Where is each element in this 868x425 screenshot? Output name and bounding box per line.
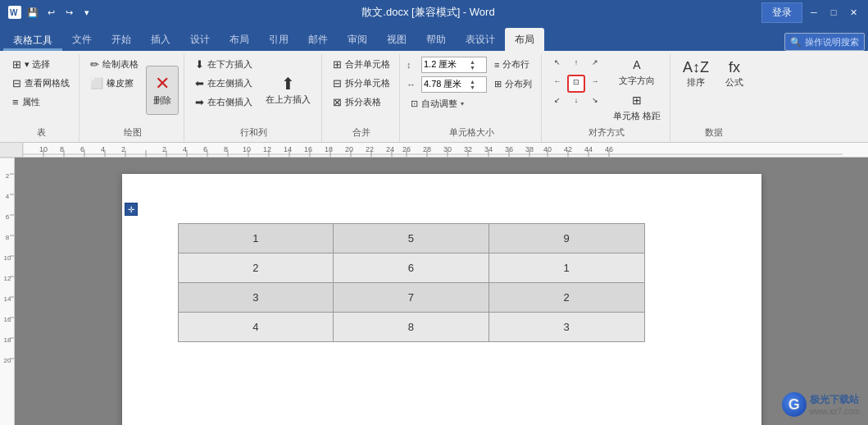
align-ml-btn[interactable]: ← [548, 75, 566, 93]
tab-review[interactable]: 审阅 [338, 28, 377, 51]
auto-adjust-icon: ⊡ [411, 98, 418, 109]
width-input[interactable] [424, 80, 469, 89]
formula-icon: fx [729, 60, 740, 75]
height-down[interactable]: ▼ [469, 65, 476, 71]
align-tr-btn[interactable]: ↗ [586, 56, 604, 74]
table-cell[interactable]: 2 [489, 283, 644, 313]
tab-home[interactable]: 开始 [102, 28, 141, 51]
data-group-label: 数据 [677, 125, 751, 140]
draw-table-btn[interactable]: ✏ 绘制表格 [86, 56, 143, 73]
select-btn[interactable]: ⊞ ▾ 选择 [8, 56, 74, 73]
svg-text:6: 6 [6, 213, 10, 221]
align-br-btn[interactable]: ↘ [586, 94, 604, 112]
auto-adjust-btn[interactable]: ⊡ 自动调整 ▾ [407, 95, 468, 112]
tab-design-doc[interactable]: 设计 [180, 28, 220, 51]
cell-margin-btn[interactable]: ⊞ 单元格 格距 [609, 91, 665, 125]
rows-cols-group-label: 行和列 [191, 125, 316, 140]
table-cell[interactable]: 1 [489, 254, 644, 283]
width-down[interactable]: ▼ [469, 85, 476, 90]
sort-btn[interactable]: A↕Z 排序 [677, 56, 715, 93]
text-dir-btn[interactable]: A 文字方向 [609, 56, 665, 89]
svg-text:6: 6 [203, 145, 207, 153]
delete-btn[interactable]: ✕ 删除 [146, 66, 179, 115]
align-mr-btn[interactable]: → [586, 75, 604, 93]
undo-btn[interactable]: ↩ [43, 4, 59, 21]
merge-icon: ⊞ [333, 58, 342, 71]
document-table[interactable]: 159261372483 [178, 223, 645, 342]
customize-quick-btn[interactable]: ▾ [79, 4, 95, 21]
ribbon-group-cell-size-content: ↕ ▲ ▼ ≡ 分布行 ↔ ▲ [407, 56, 536, 125]
split-table-btn[interactable]: ⊠ 拆分表格 [329, 94, 394, 111]
insert-right-btn[interactable]: ➡ 在右侧插入 [191, 94, 257, 111]
restore-btn[interactable]: □ [825, 4, 842, 21]
svg-text:20: 20 [4, 357, 11, 364]
tab-layout-doc[interactable]: 布局 [220, 28, 259, 51]
tab-references[interactable]: 引用 [259, 28, 298, 51]
width-input-wrap[interactable]: ▲ ▼ [421, 76, 487, 93]
align-bc-btn[interactable]: ↓ [567, 94, 585, 112]
width-spinners[interactable]: ▲ ▼ [469, 79, 476, 90]
save-quick-btn[interactable]: 💾 [25, 4, 41, 21]
search-box[interactable]: 🔍 操作说明搜索 [784, 33, 865, 51]
grid-icon: ⊟ [12, 77, 21, 89]
tab-table-design[interactable]: 表设计 [456, 28, 505, 51]
svg-text:14: 14 [4, 295, 11, 303]
insert-left-btn[interactable]: ⬅ 在左侧插入 [191, 75, 257, 92]
word-icon: W [7, 4, 23, 21]
redo-btn[interactable]: ↪ [61, 4, 77, 21]
eraser-btn[interactable]: ⬜ 橡皮擦 [86, 75, 143, 92]
width-icon: ↔ [407, 80, 418, 89]
tab-layout[interactable]: 布局 [505, 28, 544, 51]
table-cell[interactable]: 7 [334, 283, 489, 313]
split-cells-btn[interactable]: ⊟ 拆分单元格 [329, 75, 394, 92]
table-cell[interactable]: 3 [489, 313, 644, 342]
align-tc-btn[interactable]: ↑ [567, 56, 585, 74]
close-btn[interactable]: ✕ [845, 4, 861, 21]
tab-file[interactable]: 文件 [62, 28, 102, 51]
height-up[interactable]: ▲ [469, 59, 476, 65]
distribute-col-btn[interactable]: ⊞ 分布列 [490, 75, 536, 93]
table-cell[interactable]: 6 [334, 254, 489, 283]
ruler-track: 10 8 6 4 2 2 4 6 8 10 12 14 16 18 20 22 … [23, 143, 868, 157]
delete-label: 删除 [153, 94, 171, 107]
table-cell[interactable]: 2 [178, 254, 334, 283]
table-cell[interactable]: 5 [334, 224, 489, 254]
merge-cells-btn[interactable]: ⊞ 合并单元格 [329, 56, 394, 73]
cell-margin-label: 单元格 格距 [613, 110, 661, 122]
view-grid-btn[interactable]: ⊟ 查看网格线 [8, 75, 74, 92]
height-spinners[interactable]: ▲ ▼ [469, 59, 476, 71]
tab-insert[interactable]: 插入 [141, 28, 180, 51]
svg-text:6: 6 [80, 145, 84, 153]
split-cells-label: 拆分单元格 [345, 77, 390, 89]
insert-left-label: 在左侧插入 [207, 77, 252, 89]
align-bl-btn[interactable]: ↙ [548, 94, 566, 112]
width-up[interactable]: ▲ [469, 79, 476, 85]
tab-help[interactable]: 帮助 [416, 28, 456, 51]
svg-text:12: 12 [4, 275, 11, 282]
tab-mailings[interactable]: 邮件 [298, 28, 338, 51]
table-cell[interactable]: 4 [178, 313, 334, 342]
table-cell[interactable]: 1 [178, 224, 334, 254]
svg-text:4: 4 [183, 145, 187, 153]
properties-btn[interactable]: ≡ 属性 [8, 94, 74, 111]
delete-icon: ✕ [155, 75, 170, 93]
insert-below-btn[interactable]: ⬇ 在下方插入 [191, 56, 257, 73]
svg-text:12: 12 [263, 145, 271, 153]
distribute-row-btn[interactable]: ≡ 分布行 [490, 56, 534, 73]
svg-text:8: 8 [6, 234, 10, 241]
minimize-btn[interactable]: ─ [806, 4, 822, 21]
formula-btn[interactable]: fx 公式 [718, 56, 751, 93]
login-button[interactable]: 登录 [761, 2, 802, 23]
tab-view[interactable]: 视图 [377, 28, 416, 51]
ruler-corner [0, 143, 23, 158]
height-input[interactable] [424, 60, 469, 70]
insert-above-btn[interactable]: ⬆ 在上方插入 [260, 66, 316, 115]
table-cell[interactable]: 9 [489, 224, 644, 254]
sort-label: 排序 [687, 76, 705, 89]
table-move-handle[interactable]: ✛ [125, 203, 138, 216]
table-cell[interactable]: 3 [178, 283, 334, 313]
height-input-wrap[interactable]: ▲ ▼ [421, 57, 487, 73]
table-cell[interactable]: 8 [334, 313, 489, 342]
align-mc-btn[interactable]: ⊡ [567, 75, 585, 93]
align-tl-btn[interactable]: ↖ [548, 56, 566, 74]
